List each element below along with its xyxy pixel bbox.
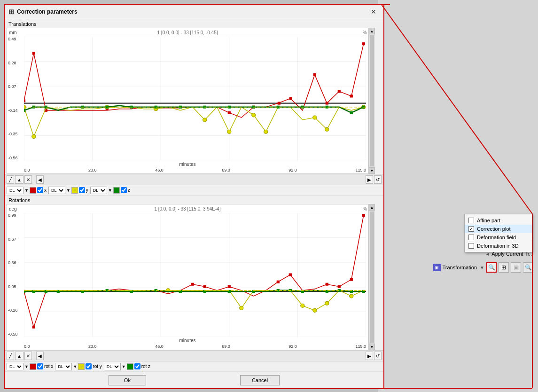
tb-refresh-btn[interactable]: ↺ (374, 175, 382, 184)
svg-rect-83 (362, 214, 365, 217)
rot-scroll-up[interactable]: ▲ (369, 204, 375, 211)
tb-up-btn[interactable]: ▲ (15, 175, 23, 184)
cb-x[interactable] (37, 187, 43, 193)
cb-deformation-3d[interactable] (468, 243, 474, 249)
translations-info: 1 [0.0, 0.0] - 33 [115.0, -0.45] (157, 30, 218, 35)
svg-rect-18 (24, 100, 25, 102)
zoom-icon-btn[interactable]: 🔍 (486, 262, 497, 273)
scroll-thumb[interactable] (370, 35, 374, 166)
translations-section: Translations ▲ ▼ mm 1 [0.0, 0.0] - 33 [1… (5, 19, 383, 196)
dropdown-correction-plot[interactable]: ✓ Correction plot (465, 225, 532, 233)
correction-parameters-dialog: ⊞ Correction parameters ✕ Translations ▲… (4, 4, 384, 389)
translations-legend: DL ▼ x DL ▼ ○ y (5, 185, 383, 196)
rot-tb-line-btn[interactable]: ╱ (7, 352, 14, 360)
cb-affine-part[interactable] (468, 218, 474, 223)
rotations-info: 1 [0.0, 0.0] - 33 [115.0, 3.94E-4] (154, 206, 220, 212)
dialog-title-text: Correction parameters (17, 8, 78, 15)
rot-tb-x-btn[interactable]: ✕ (24, 352, 32, 360)
dl-select-z[interactable]: DL (90, 187, 107, 194)
affine-part-label: Affine part (477, 218, 500, 223)
translations-unit: mm (9, 30, 17, 35)
dropdown-deformation-field[interactable]: Deformation field (465, 233, 532, 242)
dl-select-rotz[interactable]: DL (104, 363, 121, 370)
transform-icon: ▣ (433, 264, 441, 271)
svg-point-87 (313, 308, 317, 312)
legend-roty: DL ▼ ○ rot y (55, 363, 101, 370)
rot-scroll-thumb[interactable] (370, 212, 374, 343)
translations-chart: mm 1 [0.0, 0.0] - 33 [115.0, -0.45] % 0.… (7, 28, 368, 174)
legend-y: DL ▼ ○ y (48, 187, 88, 194)
rotations-chart-svg (24, 213, 366, 337)
rotx-color (30, 363, 36, 370)
transform-icon-btn1[interactable]: ⊞ (499, 262, 509, 273)
dl-select-x[interactable]: DL (7, 187, 23, 194)
cb-rotz[interactable] (134, 363, 140, 369)
cb-roty[interactable] (86, 363, 92, 369)
rotations-xlabel: minutes (179, 338, 195, 343)
rotations-scrollbar[interactable]: ▲ ▼ (368, 204, 375, 350)
dl-select-rotx[interactable]: DL (7, 363, 23, 370)
close-button[interactable]: ✕ (367, 7, 380, 17)
rot-tb-scroll-right[interactable]: ▶ (366, 352, 373, 360)
rotations-pct: % (363, 206, 367, 212)
transform-label: Transformation (443, 265, 477, 270)
dropdown-affine-part[interactable]: Affine part (465, 216, 532, 225)
rot-tb-up-btn[interactable]: ▲ (15, 352, 23, 360)
correction-plot-label: Correction plot (477, 226, 511, 232)
dropdown-deformation-3d[interactable]: Deformation in 3D (465, 242, 532, 250)
svg-point-38 (252, 113, 256, 117)
svg-rect-76 (203, 285, 206, 288)
dl-select-roty[interactable]: DL (55, 363, 72, 370)
transform-icon-btn2[interactable]: ▣ (511, 262, 521, 273)
svg-rect-77 (228, 285, 231, 288)
cb-rotx[interactable] (37, 363, 43, 369)
translations-toolbar: ╱ ▲ ✕ ◀ ▶ ↺ (5, 174, 383, 185)
svg-rect-27 (313, 73, 316, 76)
rot-scroll-down[interactable]: ▼ (369, 344, 375, 350)
scroll-up-btn[interactable]: ▲ (369, 28, 375, 34)
rot-y-labels: 0.99 0.67 0.36 0.05 -0.26 -0.58 (8, 213, 18, 337)
svg-point-40 (313, 116, 317, 119)
transform-icon-btn3[interactable]: 🔍 (523, 262, 533, 273)
svg-point-33 (32, 134, 36, 138)
svg-rect-19 (32, 52, 35, 55)
y-labels: 0.49 0.28 0.07 -0.14 -0.35 -0.56 (8, 37, 18, 160)
cb-z[interactable] (121, 187, 127, 193)
ok-button[interactable]: Ok (109, 375, 146, 385)
svg-rect-43 (24, 109, 25, 112)
svg-rect-30 (350, 94, 353, 97)
cb-deformation-field[interactable] (468, 235, 474, 240)
svg-rect-74 (32, 326, 35, 329)
svg-rect-82 (350, 278, 353, 281)
translations-label: Translations (5, 19, 383, 28)
rot-tb-scroll-left[interactable]: ◀ (36, 352, 44, 360)
tb-scroll-right[interactable]: ▶ (366, 175, 373, 184)
rotations-chart-area: ▲ ▼ deg 1 [0.0, 0.0] - 33 [115.0, 3.94E-… (7, 204, 375, 350)
svg-rect-57 (350, 111, 353, 114)
svg-point-89 (350, 294, 353, 298)
roty-color: ○ (78, 363, 85, 370)
transform-dropdown-arrow[interactable]: ▼ (480, 265, 484, 270)
svg-point-36 (203, 118, 207, 122)
translations-scrollbar[interactable]: ▲ ▼ (368, 28, 375, 174)
svg-rect-28 (326, 102, 328, 105)
svg-point-39 (264, 130, 268, 133)
rotations-toolbar: ╱ ▲ ✕ ◀ ▶ ↺ (5, 350, 383, 361)
y-color: ○ (71, 187, 78, 194)
tb-scroll-left[interactable]: ◀ (36, 175, 44, 184)
dl-select-y[interactable]: DL (48, 187, 65, 194)
tb-x-btn[interactable]: ✕ (24, 175, 32, 184)
svg-point-88 (325, 301, 329, 305)
svg-point-85 (240, 306, 243, 310)
dialog-footer: Ok Cancel (5, 372, 383, 388)
tb-sep1 (34, 176, 34, 183)
rotations-label: Rotations (5, 196, 383, 204)
cb-correction-plot[interactable]: ✓ (468, 226, 474, 232)
cancel-button[interactable]: Cancel (240, 375, 280, 385)
rotations-unit: deg (9, 206, 17, 212)
scroll-down-btn[interactable]: ▼ (369, 167, 375, 174)
svg-rect-78 (277, 281, 280, 283)
rot-tb-refresh-btn[interactable]: ↺ (374, 352, 382, 360)
tb-line-btn[interactable]: ╱ (7, 175, 14, 184)
cb-y[interactable] (79, 187, 85, 193)
